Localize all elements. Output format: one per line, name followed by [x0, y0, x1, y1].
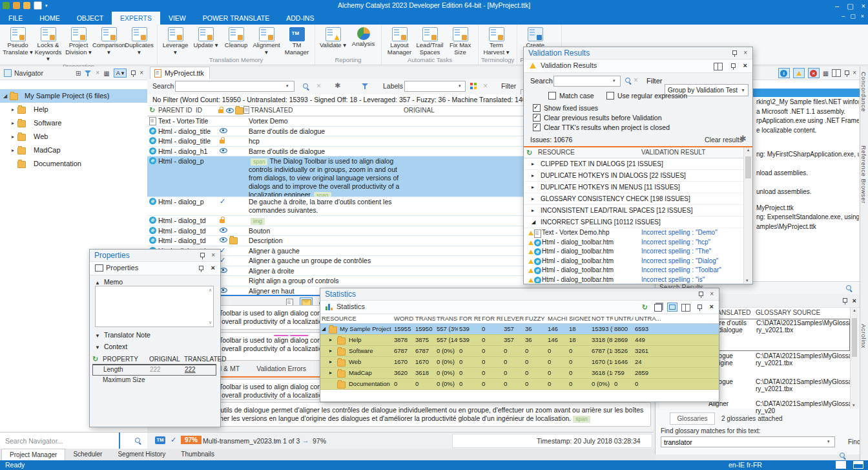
- stat-col-not-tr[interactable]: NOT TR...: [590, 314, 613, 323]
- text-size-button[interactable]: A ▾: [114, 69, 127, 78]
- tm-file-name[interactable]: Multi-transmem_v2023.tm: [203, 437, 281, 445]
- tree-arrow-icon[interactable]: ▸: [12, 116, 14, 130]
- sidebar-item-help[interactable]: ▸Help: [0, 103, 147, 116]
- close-panel-icon[interactable]: ×: [852, 70, 856, 76]
- clear-filter-icon[interactable]: ×: [96, 70, 99, 76]
- menu-tab-object[interactable]: OBJECT: [68, 12, 112, 25]
- glossary-find-input[interactable]: [661, 436, 835, 447]
- cell-translated[interactable]: Description: [249, 237, 401, 245]
- pin-icon[interactable]: [130, 70, 136, 77]
- tm-manager-button[interactable]: TMManager: [282, 26, 312, 56]
- navigator-search-input[interactable]: [0, 433, 147, 449]
- validation-group[interactable]: ▸DUPLICATE HOTKEYS IN MENUS [11 ISSUES]: [524, 182, 744, 193]
- sidebar-item-my-sample-project-6-files[interactable]: ◢My Sample Project (6 files): [0, 89, 147, 103]
- cell-translated[interactable]: De gauche à droite, la barre d'outils co…: [249, 198, 401, 215]
- tree-arrow-icon[interactable]: ▸: [532, 158, 534, 169]
- labels-color-icon[interactable]: [470, 83, 477, 89]
- stat-col-for-rev[interactable]: FOR REV...: [480, 314, 502, 323]
- menu-tab-view[interactable]: VIEW: [160, 12, 194, 25]
- layout-view-icon-1[interactable]: [836, 461, 846, 469]
- sidebar-item-software[interactable]: ▸Software: [0, 116, 147, 130]
- cell-translated[interactable]: hcp: [249, 137, 401, 145]
- close-panel-icon[interactable]: ×: [710, 291, 714, 297]
- col-doc-icon[interactable]: [243, 106, 249, 114]
- tree-arrow-icon[interactable]: ◢: [3, 89, 7, 103]
- show-fixed-checkbox[interactable]: Show fixed issues: [533, 104, 598, 112]
- validation-scrollbar[interactable]: ▴▾: [743, 147, 752, 284]
- validation-issue-row[interactable]: Text - Vortex Demo.hhpIncorrect spelling…: [524, 228, 744, 238]
- sidebar-item-web[interactable]: ▸Web: [0, 130, 147, 144]
- validation-group[interactable]: ▸DUPLICATE HOTKEYS IN DIALOGS [22 ISSUES…: [524, 170, 744, 182]
- validation-group[interactable]: ▸INCONSISTENT LEAD/TRAIL SPACES [12 ISSU…: [524, 205, 744, 217]
- search-dropdown-icon[interactable]: ▾: [286, 83, 289, 89]
- context-header[interactable]: ▼Context: [90, 340, 127, 350]
- pager-prev-icon[interactable]: ←: [274, 436, 281, 444]
- search-settings-gear-icon[interactable]: ✱: [335, 82, 340, 89]
- validation-group[interactable]: ▸CLIPPED TEXT IN DIALOGS [21 ISSUES]: [524, 158, 744, 170]
- validation-search-input[interactable]: [553, 76, 621, 87]
- close-panel-icon[interactable]: ×: [743, 62, 747, 69]
- locks-keywords-button[interactable]: Locks &Keywords ▾: [33, 26, 63, 63]
- stat-col-fuzzy[interactable]: FUZZY: [524, 314, 546, 323]
- leverage-button[interactable]: Leverage ▾: [160, 26, 191, 56]
- col-eye-icon[interactable]: [226, 107, 234, 113]
- refresh-icon[interactable]: ↻: [149, 106, 155, 114]
- stat-col-signed[interactable]: SIGNED ...: [568, 314, 590, 323]
- clear-search-icon[interactable]: ×: [316, 81, 321, 91]
- labels-input[interactable]: [404, 81, 466, 92]
- cell-translated[interactable]: Right align a group of controls: [249, 277, 401, 285]
- scroll-down-icon[interactable]: ∨: [209, 320, 212, 325]
- cell-translated[interactable]: Aligner à gauche un groupe de contrôles: [249, 257, 401, 265]
- stat-col-levera[interactable]: LEVERA...: [502, 314, 524, 323]
- validation-col-resource[interactable]: RESOURCE: [538, 149, 575, 156]
- filter-icon[interactable]: [85, 70, 92, 77]
- stat-col-transl[interactable]: TRANSL...: [414, 314, 435, 323]
- stat-col-untra[interactable]: UNTRA...: [634, 314, 672, 323]
- glossary-find-button[interactable]: Find: [848, 438, 860, 445]
- pin-icon[interactable]: [842, 297, 847, 304]
- pin-icon[interactable]: [198, 265, 203, 272]
- statistics-row[interactable]: ▸Help38783875557 (14%)539035736146183318…: [320, 335, 719, 346]
- match-case-checkbox[interactable]: Match case: [548, 92, 594, 100]
- bottom-tab-segment-history[interactable]: Segment History: [110, 449, 173, 460]
- menu-tab-home[interactable]: HOME: [31, 12, 68, 25]
- project-division-button[interactable]: ProjectDivision ▾: [63, 26, 94, 63]
- info-messages-toggle[interactable]: i: [778, 68, 790, 78]
- editor-tab-validation-errors[interactable]: Validation Errors: [256, 365, 306, 372]
- validation-group[interactable]: ▸GLOSSARY CONSISTENCY CHECK [198 ISSUES]: [524, 193, 744, 205]
- alignment-button[interactable]: Alignment ▾: [251, 26, 282, 56]
- duplicates-button[interactable]: Duplicates ▾: [124, 26, 154, 63]
- cell-translated[interactable]: Vortex Demo: [249, 117, 401, 125]
- stat-col-words[interactable]: WORDS: [393, 314, 414, 323]
- tree-arrow-icon[interactable]: ▸: [532, 205, 534, 216]
- tree-arrow-icon[interactable]: ▸: [329, 335, 332, 345]
- glossary-col-source[interactable]: GLOSSARY SOURCE: [756, 309, 820, 316]
- pin-icon[interactable]: [697, 304, 702, 311]
- window-view-toggle[interactable]: [667, 303, 677, 312]
- validation-settings-gear-icon[interactable]: ✱: [739, 135, 747, 142]
- menu-tab-add-ins[interactable]: ADD-INS: [278, 12, 322, 25]
- pin-icon[interactable]: [730, 63, 736, 70]
- restore-button[interactable]: ▢: [847, 2, 853, 10]
- refresh-icon[interactable]: ↻: [526, 149, 532, 157]
- validation-issue-row[interactable]: eHtml - dialog_toolbar.htmIncorrect spel…: [524, 238, 744, 248]
- labels-dropdown-icon[interactable]: ▾: [459, 83, 461, 89]
- pseudo-translate-button[interactable]: PseudoTranslate ▾: [3, 26, 33, 63]
- analysis-button[interactable]: Analysis: [348, 26, 378, 56]
- tm-icon[interactable]: TM: [155, 436, 165, 444]
- close-panel-icon[interactable]: ×: [211, 252, 215, 259]
- search-filter-icon[interactable]: [362, 83, 369, 90]
- tree-arrow-icon[interactable]: ▸: [532, 170, 534, 181]
- layout-manager-button[interactable]: LayoutManager: [384, 26, 415, 56]
- mdi-close-button[interactable]: ×: [861, 13, 864, 19]
- cell-translated[interactable]: Aligner à droite: [249, 267, 401, 275]
- cell-translated[interactable]: Barre d'outils de dialogue: [249, 127, 401, 136]
- menu-tab-experts[interactable]: EXPERTS: [112, 12, 160, 25]
- validation-search-dropdown-icon[interactable]: ▾: [613, 78, 615, 83]
- cell-translated[interactable]: Aligner à gauche: [249, 247, 401, 255]
- clear-ttk-checkbox[interactable]: Clear TTK's results when project is clos…: [533, 123, 670, 131]
- translator-note-header[interactable]: ▼Translator Note: [90, 328, 150, 339]
- memo-section-header[interactable]: ▲Memo: [90, 275, 220, 286]
- sidebar-item-documentation[interactable]: Documentation: [0, 157, 147, 171]
- pager-next-icon[interactable]: →: [302, 436, 309, 444]
